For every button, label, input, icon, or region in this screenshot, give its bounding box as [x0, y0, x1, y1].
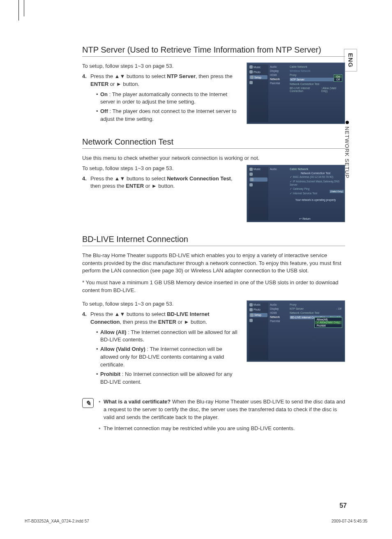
language-badge: ENG	[344, 49, 357, 71]
osd-screenshot-bdlive: Music Photo Setup Audio Display HDMI Net…	[247, 300, 345, 362]
disc-icon	[249, 183, 253, 187]
s2-step: Press the ▲▼ buttons to select Network C…	[90, 175, 241, 191]
gear-icon	[250, 178, 254, 181]
step-number: 4.	[82, 311, 90, 388]
s1-step: Press the ▲▼ buttons to select NTP Serve…	[90, 73, 241, 125]
section-title-ntp: NTP Server (Used to Retrieve Time Inform…	[82, 45, 345, 57]
osd-screenshot-ntp: Music Photo Setup Audio Display HDMI Net…	[247, 62, 345, 124]
gear-icon	[250, 76, 254, 79]
page-number: 57	[339, 502, 347, 509]
footer-timestamp: 2009-07-24 5:45:35	[332, 519, 367, 523]
right-glyph: ►	[116, 81, 122, 87]
dropdown-bdlive: Allow(All) ✓ Allow(Valid Only) Prohibit	[314, 317, 342, 328]
s3-step: Press the ▲▼ buttons to select BD-LIVE I…	[90, 311, 241, 388]
music-icon	[249, 65, 253, 69]
gear-icon	[250, 313, 254, 317]
side-tab: ENG NETWORK SETUP	[344, 49, 357, 180]
bullet-icon	[346, 121, 349, 124]
note-icon: ✎	[82, 398, 94, 408]
dropdown-ntp: On Off	[334, 74, 342, 82]
osd-screenshot-nct: Music Audio Cable Network Network Connec…	[247, 165, 345, 222]
step-number: 4.	[82, 73, 90, 125]
s3-setup: To setup, follow steps 1~3 on page 53.	[82, 300, 241, 308]
note-box: ✎ ▪What is a valid certificate? When the…	[82, 398, 345, 435]
music-icon	[249, 303, 253, 306]
section-title-bdlive: BD-LIVE Internet Connection	[82, 235, 345, 246]
page-content: NTP Server (Used to Retrieve Time Inform…	[82, 45, 345, 436]
disc-icon	[249, 319, 253, 322]
photo-icon	[249, 308, 253, 311]
disc-icon	[249, 81, 253, 84]
return-icon: ↩	[299, 217, 302, 220]
photo-icon	[249, 173, 253, 176]
photo-icon	[249, 70, 253, 74]
section-title-nct: Network Connection Test	[82, 137, 345, 149]
s3-p2: * You must have a minimum 1 GB USB Memor…	[82, 279, 345, 295]
music-icon	[249, 168, 253, 171]
s1-intro: To setup, follow steps 1~3 on page 53.	[82, 62, 241, 70]
updown-glyph: ▲▼	[115, 73, 125, 79]
s2-setup: To setup, follow steps 1~3 on page 53.	[82, 165, 241, 173]
step-number: 4.	[82, 175, 90, 191]
s2-intro: Use this menu to check whether your netw…	[82, 154, 345, 162]
s3-p1: The Blu-ray Home Theater supports BD-LIV…	[82, 252, 345, 275]
footer-file: HT-BD3252A_XAA_0724-2.indd 57	[25, 519, 89, 523]
